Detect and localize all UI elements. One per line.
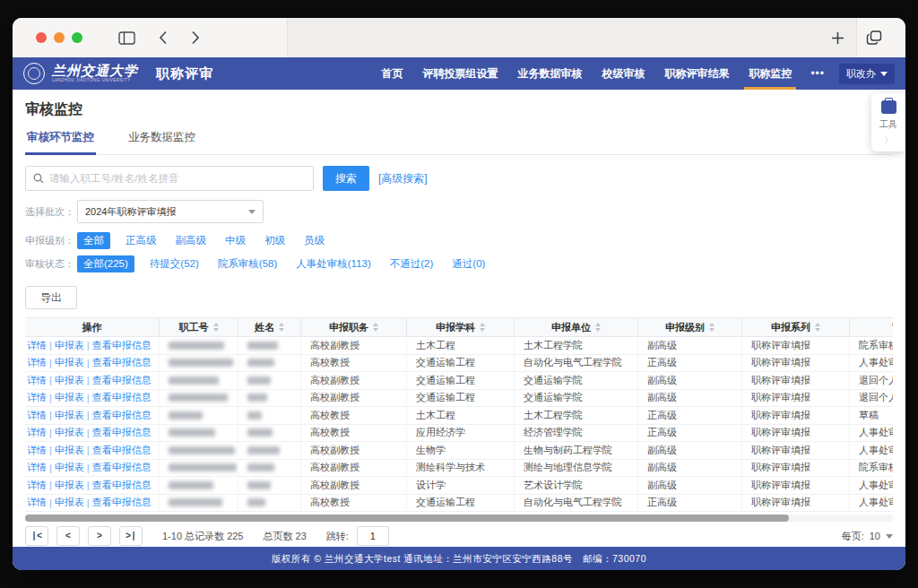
level-chip-full-senior[interactable]: 正高级 [122, 232, 160, 249]
level-chip-junior[interactable]: 初级 [261, 232, 289, 249]
level-chip-all[interactable]: 全部 [77, 232, 110, 249]
back-button[interactable] [159, 30, 168, 45]
column-header[interactable]: 申报职务 [301, 318, 407, 336]
application-form-link[interactable]: 申报表 [55, 339, 84, 352]
detail-link[interactable]: 详情 [27, 409, 47, 422]
nav-item-voting-group-settings[interactable]: 评聘投票组设置 [412, 57, 507, 90]
application-form-link[interactable]: 申报表 [55, 461, 84, 474]
records-summary: 1-10 总记录数 225 [162, 530, 243, 543]
detail-link[interactable]: 详情 [27, 461, 47, 474]
search-input[interactable] [49, 173, 306, 184]
sort-icon[interactable] [595, 323, 601, 332]
application-form-link[interactable]: 申报表 [55, 479, 84, 492]
sidebar-toggle-icon[interactable] [118, 31, 135, 45]
detail-link[interactable]: 详情 [27, 496, 47, 509]
nav-item-title-monitoring[interactable]: 职称监控 [739, 57, 801, 90]
zoom-window-button[interactable] [72, 32, 82, 43]
sort-icon[interactable] [213, 323, 219, 332]
application-form-link[interactable]: 申报表 [55, 374, 84, 387]
detail-link[interactable]: 详情 [27, 391, 47, 404]
status-chip-passed[interactable]: 通过(0) [448, 255, 489, 272]
first-page-button[interactable]: |< [25, 526, 48, 546]
sort-icon[interactable] [279, 323, 284, 332]
tab-business-data-monitoring[interactable]: 业务数据监控 [126, 126, 197, 154]
column-header[interactable]: 申报级别 [638, 318, 742, 336]
sort-icon[interactable] [815, 323, 820, 332]
sort-icon[interactable] [480, 323, 485, 332]
column-header[interactable]: 姓名 [238, 318, 301, 336]
view-application-info-link[interactable]: 查看申报信息 [92, 496, 152, 509]
view-application-info-link[interactable]: 查看申报信息 [92, 409, 152, 422]
status-chip-pending-submit[interactable]: 待提交(52) [146, 255, 203, 272]
batch-select[interactable]: 2024年职称评审填报 [77, 200, 264, 223]
nav-item-school-level-review[interactable]: 校级审核 [592, 57, 654, 90]
application-form-link[interactable]: 申报表 [55, 391, 84, 404]
view-application-info-link[interactable]: 查看申报信息 [92, 444, 152, 457]
next-page-button[interactable]: > [88, 526, 111, 546]
detail-link[interactable]: 详情 [27, 339, 47, 352]
last-page-button[interactable]: >| [119, 526, 143, 546]
status-chip-department-review[interactable]: 院系审核(58) [214, 255, 281, 272]
close-window-button[interactable] [36, 32, 47, 43]
per-page-select[interactable]: 每页: 10 [842, 530, 893, 543]
status-chip-all[interactable]: 全部(225) [77, 255, 134, 272]
detail-link[interactable]: 详情 [27, 444, 47, 457]
nav-item-home[interactable]: 首页 [371, 57, 412, 90]
tab-audit-process-monitoring[interactable]: 审核环节监控 [25, 126, 96, 155]
column-header[interactable]: 申报单位 [515, 318, 638, 336]
column-header[interactable]: 申报学科 [407, 318, 515, 336]
sort-icon[interactable] [709, 323, 714, 332]
scrollbar-thumb[interactable] [25, 514, 789, 522]
level-chip-deputy-senior[interactable]: 副高级 [172, 232, 211, 249]
column-header[interactable]: 申报系列 [742, 318, 850, 336]
application-form-link[interactable]: 申报表 [55, 426, 84, 439]
forward-button[interactable] [191, 30, 200, 45]
application-form-link[interactable]: 申报表 [55, 496, 84, 509]
advanced-search-link[interactable]: [高级搜索] [378, 171, 428, 186]
jump-page-input[interactable] [357, 526, 389, 546]
pages-total: 总页数 23 [263, 530, 306, 543]
view-application-info-link[interactable]: 查看申报信息 [92, 479, 152, 492]
level-chip-staff[interactable]: 员级 [300, 232, 328, 249]
name-cell [238, 355, 301, 372]
chevron-down-icon [248, 210, 255, 214]
status-chip-hr-review[interactable]: 人事处审核(113) [292, 255, 375, 272]
export-button[interactable]: 导出 [25, 286, 77, 309]
level-chip-intermediate[interactable]: 中级 [221, 232, 249, 249]
application-form-link[interactable]: 申报表 [55, 409, 84, 422]
jump-label: 跳转: [326, 530, 349, 543]
application-form-link[interactable]: 申报表 [55, 356, 84, 369]
nav-more-button[interactable]: ••• [801, 57, 834, 90]
role-dropdown[interactable]: 职改办 [839, 64, 895, 84]
detail-link[interactable]: 详情 [27, 356, 47, 369]
minimize-window-button[interactable] [54, 32, 65, 43]
detail-link[interactable]: 详情 [27, 479, 47, 492]
view-application-info-link[interactable]: 查看申报信息 [92, 426, 152, 439]
sort-icon[interactable] [373, 323, 378, 332]
view-application-info-link[interactable]: 查看申报信息 [92, 461, 152, 474]
search-button[interactable]: 搜索 [323, 166, 369, 191]
tab-overview-button[interactable] [866, 30, 882, 45]
status-chip-rejected[interactable]: 不通过(2) [386, 255, 437, 272]
view-application-info-link[interactable]: 查看申报信息 [92, 339, 152, 352]
detail-link[interactable]: 详情 [27, 426, 47, 439]
view-application-info-link[interactable]: 查看申报信息 [92, 374, 152, 387]
name-cell [238, 442, 301, 459]
horizontal-scrollbar[interactable] [25, 514, 893, 522]
prev-page-button[interactable]: < [56, 526, 80, 546]
view-application-info-link[interactable]: 查看申报信息 [92, 356, 152, 369]
search-row: 搜索 [高级搜索] [25, 166, 893, 191]
column-header: 审核状态 [850, 318, 893, 336]
view-application-info-link[interactable]: 查看申报信息 [92, 391, 152, 404]
tools-widget[interactable]: 工具 〉 [871, 93, 905, 151]
action-separator: | [87, 340, 90, 350]
status-cell: 退回个人 [850, 372, 893, 389]
status-cell: 人事处审核 [850, 495, 893, 512]
per-page-label: 每页: [842, 530, 864, 543]
nav-item-title-review-results[interactable]: 职称评审结果 [654, 57, 739, 90]
application-form-link[interactable]: 申报表 [55, 444, 84, 457]
nav-item-business-data-review[interactable]: 业务数据审核 [507, 57, 592, 90]
detail-link[interactable]: 详情 [27, 374, 47, 387]
column-header[interactable]: 职工号 [160, 318, 238, 336]
new-tab-button[interactable] [831, 30, 844, 45]
